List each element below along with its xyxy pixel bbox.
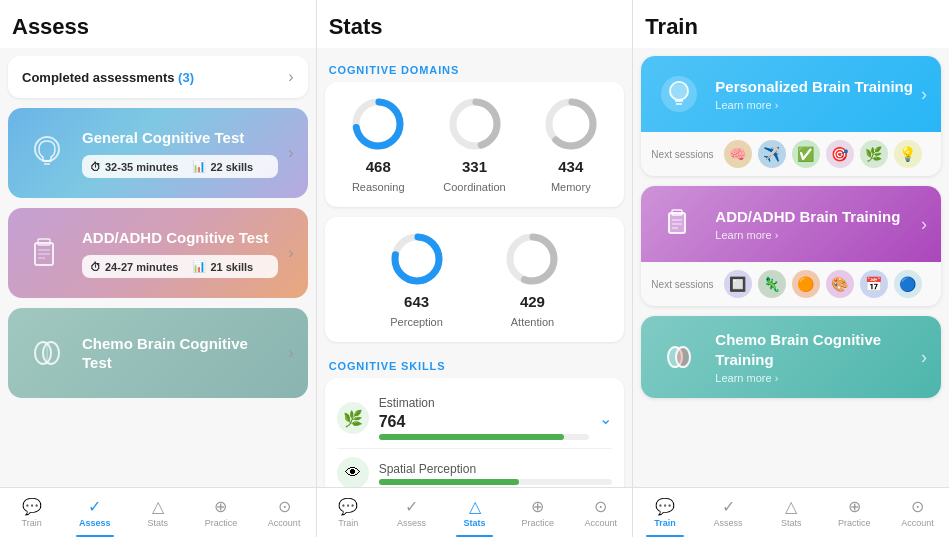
- reasoning-label: Reasoning: [352, 181, 405, 193]
- assess-nav-account[interactable]: ⊙ Account: [253, 488, 316, 537]
- general-cognitive-card[interactable]: General Cognitive Test ⏱32-35 minutes 📊2…: [8, 108, 308, 198]
- personalized-title: Personalized Brain Training: [715, 77, 921, 97]
- session-4: 🎯: [826, 140, 854, 168]
- adhd-train-card[interactable]: ADD/ADHD Brain Training Learn more › › N…: [641, 186, 941, 306]
- adhd-train-icon: [655, 200, 703, 248]
- domain-coordination: 331 Coordination: [443, 96, 505, 193]
- attention-value: 429: [520, 293, 545, 310]
- adhd-train-text: ADD/ADHD Brain Training Learn more ›: [715, 207, 921, 242]
- stats-label-train: Stats: [781, 518, 802, 528]
- assess-nav-stats[interactable]: △ Stats: [126, 488, 189, 537]
- session-3: ✅: [792, 140, 820, 168]
- assess-label-assess: Assess: [79, 518, 111, 528]
- svg-rect-25: [669, 213, 685, 233]
- stats-content: COGNITIVE DOMAINS 468 Reasoning: [317, 48, 633, 487]
- account-label-stats: Account: [585, 518, 618, 528]
- train-icon-stats: 💬: [338, 497, 358, 516]
- skill-estimation: 🌿 Estimation 764 ⌄: [337, 388, 613, 449]
- adhd-session-6: 🔵: [894, 270, 922, 298]
- account-icon-train: ⊙: [911, 497, 924, 516]
- adhd-cognitive-meta: ⏱24-27 minutes 📊21 skills: [82, 255, 278, 278]
- adhd-cognitive-card[interactable]: ADD/ADHD Cognitive Test ⏱24-27 minutes 📊…: [8, 208, 308, 298]
- session-2: ✈️: [758, 140, 786, 168]
- chemo-train-icon: [655, 333, 703, 381]
- personalized-card-main: Personalized Brain Training Learn more ›…: [641, 56, 941, 132]
- svg-point-31: [676, 347, 690, 367]
- adhd-cognitive-info: ADD/ADHD Cognitive Test ⏱24-27 minutes 📊…: [72, 228, 288, 279]
- session-5: 🌿: [860, 140, 888, 168]
- chemo-train-text: Chemo Brain Cognitive Training Learn mor…: [715, 330, 921, 384]
- stats-title: Stats: [317, 0, 633, 48]
- train-nav-practice[interactable]: ⊕ Practice: [823, 488, 886, 537]
- stats-nav-assess[interactable]: ✓ Assess: [380, 488, 443, 537]
- assess-icon-stats: ✓: [405, 497, 418, 516]
- chemo-cognitive-info: Chemo Brain Cognitive Test: [72, 334, 288, 373]
- chemo-cognitive-card[interactable]: Chemo Brain Cognitive Test ›: [8, 308, 308, 398]
- adhd-session-4: 🎨: [826, 270, 854, 298]
- train-label-stats: Train: [338, 518, 358, 528]
- chemo-train-card[interactable]: Chemo Brain Cognitive Training Learn mor…: [641, 316, 941, 398]
- adhd-train-title: ADD/ADHD Brain Training: [715, 207, 921, 227]
- general-cognitive-meta: ⏱32-35 minutes 📊22 skills: [82, 155, 278, 178]
- adhd-session-3: 🟠: [792, 270, 820, 298]
- attention-label: Attention: [511, 316, 554, 328]
- memory-label: Memory: [551, 181, 591, 193]
- coordination-label: Coordination: [443, 181, 505, 193]
- chemo-card-main: Chemo Brain Cognitive Training Learn mor…: [641, 316, 941, 398]
- adhd-sessions: Next sessions 🔲 🦎 🟠 🎨 📅 🔵: [641, 262, 941, 306]
- practice-label-assess: Practice: [205, 518, 238, 528]
- train-nav-assess[interactable]: ✓ Assess: [696, 488, 759, 537]
- stats-label-assess: Stats: [148, 518, 169, 528]
- bottom-nav: 💬 Train ✓ Assess △ Stats ⊕ Practice ⊙ Ac…: [0, 487, 949, 537]
- train-nav-section: 💬 Train ✓ Assess △ Stats ⊕ Practice ⊙ Ac…: [633, 488, 949, 537]
- general-cognitive-info: General Cognitive Test ⏱32-35 minutes 📊2…: [72, 128, 288, 179]
- memory-value: 434: [558, 158, 583, 175]
- spatial-info: Spatial Perception: [379, 462, 613, 485]
- train-content: Personalized Brain Training Learn more ›…: [633, 48, 949, 487]
- train-title: Train: [633, 0, 949, 48]
- session-6: 💡: [894, 140, 922, 168]
- general-skills: 📊22 skills: [192, 160, 253, 173]
- adhd-time: ⏱24-27 minutes: [90, 261, 178, 273]
- perception-value: 643: [404, 293, 429, 310]
- cognitive-domains-title: COGNITIVE DOMAINS: [325, 56, 625, 82]
- estimation-expand[interactable]: ⌄: [599, 409, 612, 428]
- train-nav-train[interactable]: 💬 Train: [633, 488, 696, 537]
- domain-reasoning: 468 Reasoning: [348, 96, 408, 193]
- assess-label-train: Assess: [714, 518, 743, 528]
- estimation-bar-fill: [379, 434, 564, 440]
- adhd-card-main: ADD/ADHD Brain Training Learn more › ›: [641, 186, 941, 262]
- stats-nav-account[interactable]: ⊙ Account: [569, 488, 632, 537]
- personalized-chevron: ›: [921, 84, 927, 105]
- cognitive-skills-title: COGNITIVE SKILLS: [325, 352, 625, 378]
- practice-icon-train: ⊕: [848, 497, 861, 516]
- practice-icon-assess: ⊕: [214, 497, 227, 516]
- account-icon-assess: ⊙: [278, 497, 291, 516]
- skill-spatial: 👁 Spatial Perception: [337, 449, 613, 487]
- domain-memory: 434 Memory: [541, 96, 601, 193]
- assess-nav-section: 💬 Train ✓ Assess △ Stats ⊕ Practice ⊙ Ac…: [0, 488, 317, 537]
- perception-label: Perception: [390, 316, 443, 328]
- train-panel: Train Personalized Brain: [633, 0, 949, 487]
- adhd-session-1: 🔲: [724, 270, 752, 298]
- assess-nav-practice[interactable]: ⊕ Practice: [189, 488, 252, 537]
- assess-nav-assess[interactable]: ✓ Assess: [63, 488, 126, 537]
- stats-icon-train: △: [785, 497, 797, 516]
- completed-bar[interactable]: Completed assessments (3) ›: [8, 56, 308, 98]
- practice-label-stats: Practice: [521, 518, 554, 528]
- train-nav-stats[interactable]: △ Stats: [760, 488, 823, 537]
- stats-nav-stats[interactable]: △ Stats: [443, 488, 506, 537]
- assess-nav-train[interactable]: 💬 Train: [0, 488, 63, 537]
- stats-nav-section: 💬 Train ✓ Assess △ Stats ⊕ Practice ⊙ Ac…: [317, 488, 634, 537]
- estimation-name: Estimation: [379, 396, 590, 410]
- chemo-train-link: Learn more ›: [715, 372, 921, 384]
- personalized-train-card[interactable]: Personalized Brain Training Learn more ›…: [641, 56, 941, 176]
- stats-nav-train[interactable]: 💬 Train: [317, 488, 380, 537]
- domain-attention: 429 Attention: [502, 231, 562, 328]
- personalized-link: Learn more ›: [715, 99, 921, 111]
- stats-nav-practice[interactable]: ⊕ Practice: [506, 488, 569, 537]
- spatial-icon: 👁: [337, 457, 369, 487]
- account-label-train: Account: [901, 518, 934, 528]
- train-nav-account[interactable]: ⊙ Account: [886, 488, 949, 537]
- adhd-cognitive-title: ADD/ADHD Cognitive Test: [82, 228, 278, 248]
